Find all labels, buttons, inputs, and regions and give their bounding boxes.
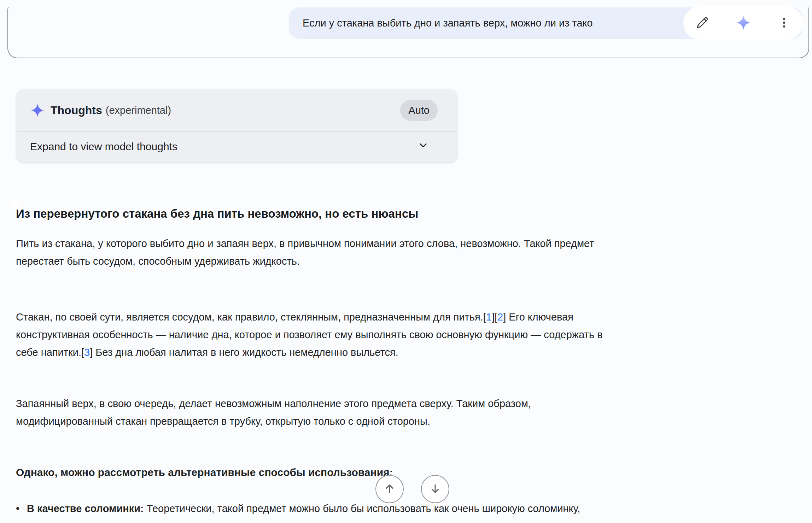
- citation-link-3[interactable]: [3]: [81, 347, 93, 358]
- chat-page: Если у стакана выбить дно и запаять верх…: [0, 0, 812, 523]
- paragraph-2-part-1: Стакан, по своей сути, является сосудом,…: [16, 311, 483, 323]
- arrow-down-icon: [428, 482, 442, 496]
- gemini-sparkle-icon: [30, 103, 45, 118]
- citation-link-1[interactable]: [1]: [483, 311, 495, 323]
- arrow-up-icon: [383, 482, 396, 496]
- response-paragraph-2: Стакан, по своей сути, является сосудом,…: [16, 308, 808, 361]
- edit-message-button[interactable]: [694, 14, 711, 31]
- chevron-down-icon: [417, 139, 430, 154]
- thoughts-expand-label: Expand to view model thoughts: [30, 141, 177, 153]
- thoughts-panel: Thoughts (experimental) Auto Expand to v…: [17, 89, 457, 162]
- bullet-marker: •: [16, 500, 27, 517]
- response-paragraph-1: Пить из стакана, у которого выбито дно и…: [16, 235, 808, 270]
- thoughts-header[interactable]: Thoughts (experimental) Auto: [17, 89, 457, 131]
- thoughts-subtitle: (experimental): [106, 105, 171, 116]
- scroll-down-button[interactable]: [421, 475, 449, 503]
- scroll-anchor-square: [12, 199, 20, 207]
- more-vert-icon: [777, 16, 791, 31]
- response-heading: Из перевернутого стакана без дна пить не…: [16, 207, 804, 221]
- pencil-icon: [695, 15, 710, 31]
- citation-link-2[interactable]: [2]: [495, 311, 506, 323]
- thoughts-mode-badge: Auto: [400, 100, 438, 121]
- more-options-button[interactable]: [776, 14, 793, 31]
- message-actions-toolbar: [683, 6, 803, 40]
- thoughts-title: Thoughts: [51, 104, 102, 117]
- sparkle-icon: [735, 14, 752, 32]
- scroll-controls: [375, 475, 449, 503]
- paragraph-2-part-3: Без дна любая налитая в него жидкость не…: [93, 347, 398, 358]
- response-paragraph-3: Запаянный верх, в свою очередь, делает н…: [16, 395, 808, 430]
- scroll-up-button[interactable]: [375, 475, 404, 503]
- rerun-sparkle-button[interactable]: [735, 14, 752, 31]
- thoughts-expand-row[interactable]: Expand to view model thoughts: [17, 132, 457, 161]
- user-message-text: Если у стакана выбить дно и запаять верх…: [303, 7, 695, 39]
- bullet-text: В качестве соломинки: Теоретически, тако…: [27, 500, 580, 517]
